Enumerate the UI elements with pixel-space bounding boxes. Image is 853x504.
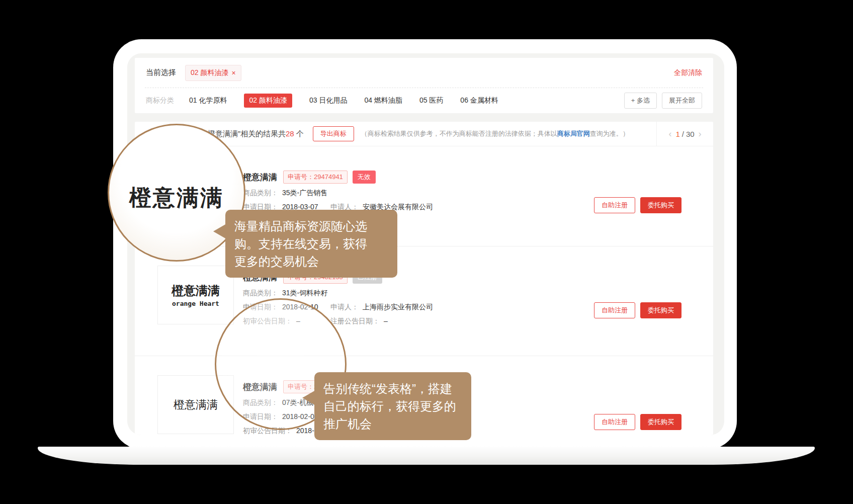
callout-bubble: 告别传统“发表格”，搭建 自己的标行，获得更多的 推广机会 <box>314 372 471 440</box>
laptop-base <box>38 447 815 465</box>
disclaimer-text: （商标检索结果仅供参考，不作为商标能否注册的法律依据；具体以商标局官网查询为准。… <box>361 129 629 138</box>
summary-suffix: 个 <box>294 129 304 138</box>
prev-page-icon[interactable]: ‹ <box>664 129 675 139</box>
trademark-office-link[interactable]: 商标局官网 <box>557 130 590 137</box>
callout-bubble: 海量精品商标资源随心选 购。支持在线交易，获得 更多的交易机会 <box>225 210 397 278</box>
pagination: ‹ 1 / 30 › <box>656 122 713 146</box>
category-row-label: 商标分类 <box>146 96 174 105</box>
category-item-03[interactable]: 03 日化用品 <box>309 94 347 108</box>
page-separator: / <box>682 130 684 138</box>
trademark-name: 橙意满满 <box>243 172 277 183</box>
page: 当前选择 02 颜料油漆 × 全部清除 商标分类 01 化学原料 02 颜料油漆… <box>0 0 853 504</box>
magnifier-circle: 橙意满满 <box>108 124 245 262</box>
category-item-05[interactable]: 05 医药 <box>419 94 443 108</box>
current-selection-row: 当前选择 02 颜料油漆 × 全部清除 <box>135 58 713 88</box>
multi-select-button[interactable]: + 多选 <box>624 93 657 109</box>
selected-filter-tag-label: 02 颜料油漆 <box>191 68 228 77</box>
clear-all-link[interactable]: 全部清除 <box>674 68 702 77</box>
current-selection-label: 当前选择 <box>146 68 176 77</box>
self-register-button[interactable]: 自助注册 <box>594 197 635 213</box>
entrust-purchase-button[interactable]: 委托购买 <box>640 414 681 430</box>
category-item-02-selected[interactable]: 02 颜料油漆 <box>244 94 292 108</box>
trademark-image: 橙意满满 orange Heart <box>157 266 234 324</box>
category-item-04[interactable]: 04 燃料油脂 <box>364 94 402 108</box>
remove-filter-icon[interactable]: × <box>231 69 235 77</box>
total-pages: 30 <box>686 130 695 138</box>
status-badge: 无效 <box>353 171 376 184</box>
expand-all-button[interactable]: 展开全部 <box>662 93 702 109</box>
current-page: 1 <box>675 130 679 138</box>
entrust-purchase-button[interactable]: 委托购买 <box>640 197 681 213</box>
magnified-trademark-text: 橙意满满 <box>129 183 224 213</box>
self-register-button[interactable]: 自助注册 <box>594 302 635 318</box>
category-row: 商标分类 01 化学原料 02 颜料油漆 03 日化用品 04 燃料油脂 05 … <box>135 88 713 113</box>
export-trademarks-button[interactable]: 导出商标 <box>313 126 354 141</box>
selected-filter-tag[interactable]: 02 颜料油漆 × <box>185 65 241 81</box>
next-page-icon[interactable]: › <box>695 129 706 139</box>
category-item-06[interactable]: 06 金属材料 <box>460 94 498 108</box>
filter-card: 当前选择 02 颜料油漆 × 全部清除 商标分类 01 化学原料 02 颜料油漆… <box>135 58 713 113</box>
application-number-tag: 申请号：29474941 <box>283 171 348 184</box>
entrust-purchase-button[interactable]: 委托购买 <box>640 302 681 318</box>
category-item-01[interactable]: 01 化学原料 <box>189 94 227 108</box>
self-register-button[interactable]: 自助注册 <box>594 414 635 430</box>
results-count: 28 <box>286 129 294 138</box>
